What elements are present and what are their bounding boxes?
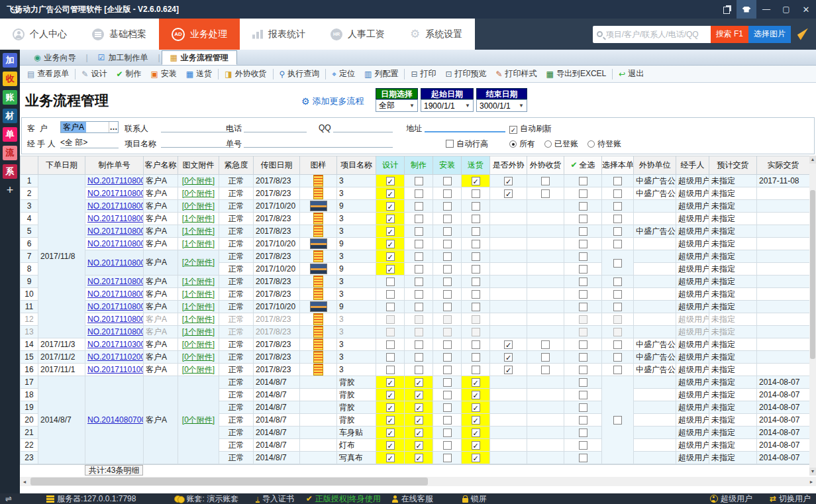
checkbox-icon[interactable]: ✓ bbox=[386, 378, 395, 387]
checkbox-icon[interactable]: ✓ bbox=[472, 441, 480, 450]
checkbox-icon[interactable] bbox=[415, 277, 423, 286]
order-no-input[interactable] bbox=[244, 136, 393, 148]
date-filter-select[interactable]: 1900/1/1▼ bbox=[421, 99, 474, 112]
column-header-紧急度[interactable]: 紧急度 bbox=[219, 156, 254, 175]
checkbox-icon[interactable]: ✓ bbox=[386, 227, 395, 236]
checkbox-icon[interactable] bbox=[472, 353, 480, 362]
attachments-link[interactable]: [1个附件] bbox=[182, 327, 215, 336]
status-锁屏[interactable]: 锁屏 bbox=[462, 493, 487, 504]
attachments-link[interactable]: [1个附件] bbox=[182, 302, 215, 311]
search-button[interactable]: 搜索 F1 bbox=[711, 26, 748, 43]
checkbox-icon[interactable] bbox=[415, 215, 423, 223]
qq-input[interactable] bbox=[333, 121, 393, 132]
checkbox-icon[interactable]: ✓ bbox=[415, 454, 423, 462]
checkbox-icon[interactable] bbox=[579, 215, 587, 223]
checkbox-icon[interactable]: ✓ bbox=[472, 454, 480, 462]
project-input[interactable] bbox=[161, 136, 234, 148]
handler-value[interactable]: <全 部> bbox=[60, 137, 119, 148]
checkbox-icon[interactable] bbox=[472, 315, 480, 324]
checkbox-icon[interactable] bbox=[579, 416, 587, 425]
checkbox-icon[interactable] bbox=[613, 202, 622, 211]
checkbox-icon[interactable]: ✓ bbox=[472, 177, 480, 185]
toolbar-button-外协收货[interactable]: ◨外协收货 bbox=[220, 67, 271, 81]
order-no-link[interactable]: NO.201711030001 bbox=[87, 340, 144, 349]
checkbox-icon[interactable]: ✓ bbox=[504, 366, 513, 374]
column-header-设计[interactable]: 设计 bbox=[376, 156, 405, 175]
checkbox-icon[interactable] bbox=[443, 441, 452, 450]
checkbox-icon[interactable] bbox=[415, 303, 423, 311]
column-header-客户名称[interactable]: 客户名称 bbox=[144, 156, 178, 175]
cert-thumbnail[interactable] bbox=[313, 213, 323, 225]
checkbox-icon[interactable] bbox=[415, 252, 423, 261]
sidebar-item-流[interactable]: 流 bbox=[3, 146, 17, 160]
checkbox-icon[interactable] bbox=[579, 366, 587, 374]
cert-thumbnail[interactable] bbox=[313, 276, 323, 287]
attachments-link[interactable]: [0个附件] bbox=[182, 189, 215, 198]
checkbox-icon[interactable] bbox=[415, 315, 423, 324]
checkbox-icon[interactable] bbox=[415, 227, 423, 236]
date-filter-select[interactable]: 全部▼ bbox=[376, 99, 418, 112]
toolbar-button-退出[interactable]: ↩退出 bbox=[614, 67, 648, 81]
checkbox-icon[interactable]: ✓ bbox=[504, 189, 513, 198]
column-header-外协收货[interactable]: 外协收货 bbox=[527, 156, 564, 175]
checkbox-icon[interactable]: ✓ bbox=[386, 252, 395, 261]
checkbox-icon[interactable] bbox=[443, 202, 452, 211]
minimize-button[interactable]: — bbox=[756, 0, 776, 19]
checkbox-icon[interactable]: ✓ bbox=[386, 265, 395, 274]
cert-thumbnail[interactable] bbox=[313, 364, 323, 376]
checkbox-icon[interactable] bbox=[579, 353, 587, 362]
customer-picker-button[interactable]: … bbox=[109, 122, 118, 132]
status-超级用户[interactable]: 超级用户 bbox=[710, 493, 752, 504]
checkbox-icon[interactable] bbox=[443, 340, 452, 349]
toolbar-button-定位[interactable]: ⌖定位 bbox=[327, 67, 360, 81]
checkbox-icon[interactable] bbox=[386, 328, 395, 336]
sidebar-item-单[interactable]: 单 bbox=[3, 127, 17, 142]
checkbox-icon[interactable] bbox=[472, 366, 480, 374]
scroll-down-icon[interactable]: ▼ bbox=[809, 468, 816, 476]
checkbox-icon[interactable] bbox=[472, 265, 480, 274]
column-header-实际交货[interactable]: 实际交货 bbox=[757, 156, 810, 175]
checkbox-icon[interactable] bbox=[443, 290, 452, 299]
pick-image-button[interactable]: 选择图片 bbox=[748, 26, 791, 43]
column-header-项目名称[interactable]: 项目名称 bbox=[337, 156, 376, 175]
column-header-安装[interactable]: 安装 bbox=[433, 156, 462, 175]
cert-thumbnail[interactable] bbox=[313, 338, 323, 350]
checkbox-icon[interactable]: ✓ bbox=[472, 378, 480, 387]
checkbox-icon[interactable]: ✓ bbox=[415, 416, 423, 425]
cert-thumbnail[interactable] bbox=[313, 250, 323, 262]
attachments-link[interactable]: [1个附件] bbox=[182, 277, 215, 286]
status-splitter[interactable]: ⇌ bbox=[5, 494, 12, 503]
toolbar-button-打印[interactable]: ⊟打印 bbox=[406, 67, 440, 81]
phone-input[interactable] bbox=[244, 121, 307, 132]
nav-item-系统设置[interactable]: ⚙系统设置 bbox=[397, 19, 475, 50]
checkbox-icon[interactable] bbox=[443, 277, 452, 286]
checkbox-icon[interactable] bbox=[579, 189, 587, 198]
checkbox-icon[interactable] bbox=[443, 328, 452, 336]
checkbox-icon[interactable]: ✓ bbox=[386, 391, 395, 399]
checkbox-icon[interactable] bbox=[579, 441, 587, 450]
checkbox-icon[interactable] bbox=[386, 366, 395, 374]
column-header-图文附件[interactable]: 图文附件 bbox=[178, 156, 219, 175]
checkbox-icon[interactable]: ✓ bbox=[415, 441, 423, 450]
nav-item-报表统计[interactable]: 报表统计 bbox=[240, 19, 318, 50]
column-header-预计交货[interactable]: 预计交货 bbox=[709, 156, 757, 175]
checkbox-icon[interactable] bbox=[415, 366, 423, 374]
checkbox-icon[interactable] bbox=[443, 353, 452, 362]
order-no-link[interactable]: NO.201711080003 bbox=[87, 302, 144, 311]
checkbox-icon[interactable] bbox=[613, 259, 622, 268]
checkbox-icon[interactable] bbox=[443, 303, 452, 311]
checkbox-icon[interactable]: ✓ bbox=[504, 177, 513, 185]
order-no-link[interactable]: NO.201711080001 bbox=[87, 327, 144, 336]
checkbox-icon[interactable] bbox=[415, 265, 423, 274]
checkbox-icon[interactable] bbox=[443, 403, 452, 412]
status-在线客服[interactable]: 在线客服 bbox=[391, 493, 433, 504]
status-正版授权|终身使用[interactable]: ✔正版授权|终身使用 bbox=[306, 493, 381, 504]
photo-thumbnail[interactable] bbox=[310, 201, 327, 211]
column-header-是否外协[interactable]: 是否外协 bbox=[490, 156, 527, 175]
checkbox-icon[interactable] bbox=[541, 366, 550, 374]
checkbox-icon[interactable] bbox=[579, 202, 587, 211]
scroll-left-icon[interactable]: ◄ bbox=[20, 479, 29, 484]
checkbox-icon[interactable]: ✓ bbox=[386, 189, 395, 198]
checkbox-icon[interactable] bbox=[415, 202, 423, 211]
order-no-link[interactable]: NO.201711010001 bbox=[87, 365, 144, 374]
